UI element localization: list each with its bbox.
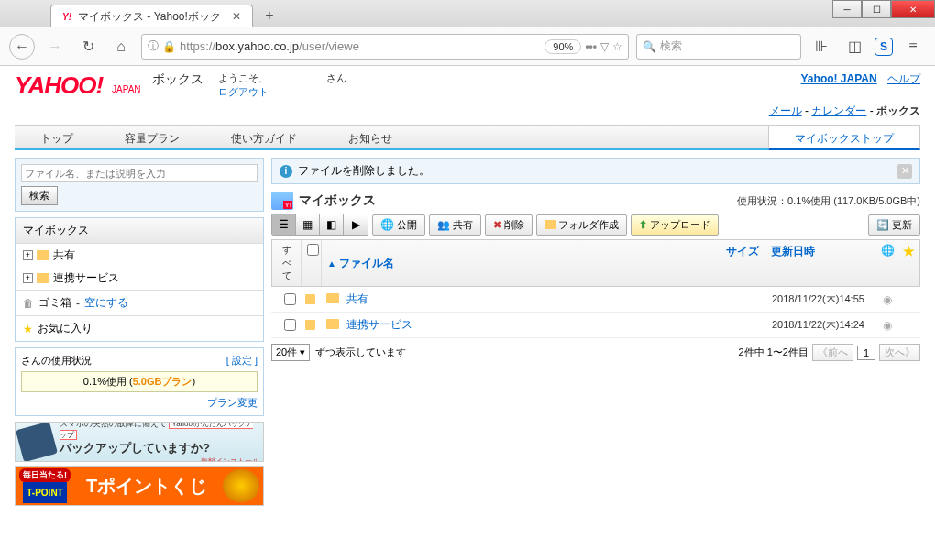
tab-favicon: Y! <box>60 10 73 23</box>
col-checkbox <box>302 240 322 286</box>
yahoo-japan-link[interactable]: Yahoo! JAPAN <box>801 72 877 85</box>
col-filename[interactable]: ▲ファイル名 <box>322 240 710 286</box>
col-favorite[interactable]: ★ <box>897 240 919 286</box>
file-date: 2018/11/22(木)14:55 <box>766 288 876 311</box>
expand-icon[interactable]: + <box>23 273 33 283</box>
table-row[interactable]: 連携サービス 2018/11/22(木)14:24 ◉ <box>271 313 920 338</box>
help-link[interactable]: ヘルプ <box>887 72 920 85</box>
file-search-input[interactable] <box>21 164 258 182</box>
welcome-text: ようこそ、 <box>218 72 269 83</box>
share-button[interactable]: 👥共有 <box>429 214 481 236</box>
search-panel: 検索 <box>15 158 264 212</box>
tree-root[interactable]: マイボックス <box>16 218 263 244</box>
col-size[interactable]: サイズ <box>710 240 765 286</box>
view-list-button[interactable]: ☰ <box>272 214 296 235</box>
zoom-badge[interactable]: 90% <box>544 39 581 54</box>
expand-icon[interactable]: + <box>23 250 33 260</box>
browser-search-box[interactable]: 🔍 検索 <box>636 34 801 60</box>
nav-forward-button[interactable]: → <box>42 34 68 60</box>
globe-disabled-icon: ◉ <box>883 319 892 332</box>
nav-reload-button[interactable]: ↻ <box>75 34 101 60</box>
row-checkbox[interactable] <box>284 293 296 305</box>
search-button[interactable]: 検索 <box>21 186 58 205</box>
refresh-icon: 🔄 <box>876 219 889 231</box>
reader-icon[interactable]: ▽ <box>600 40 609 53</box>
select-all-checkbox[interactable] <box>307 244 319 256</box>
upload-button[interactable]: ⬆アップロード <box>631 214 719 236</box>
window-minimize-button[interactable]: ─ <box>832 0 862 18</box>
pager-next-button[interactable]: 次へ》 <box>879 344 920 361</box>
calendar-link[interactable]: カレンダー <box>811 104 866 117</box>
delete-button[interactable]: ✖削除 <box>485 214 533 236</box>
more-icon[interactable]: ••• <box>585 40 597 53</box>
pager-showing-label: ずつ表示しています <box>315 346 406 359</box>
nav-home-button[interactable]: ⌂ <box>108 34 134 60</box>
lock-icon: 🔒 <box>162 40 176 53</box>
pager-page-number: 1 <box>857 346 875 360</box>
info-icon: i <box>280 165 292 178</box>
mkfolder-button[interactable]: フォルダ作成 <box>536 214 627 236</box>
tpoint-banner[interactable]: 毎日当たる! T-POINT Tポイントくじ <box>15 466 264 506</box>
extension-icon[interactable]: S <box>874 38 893 56</box>
folder-icon <box>37 273 50 283</box>
tab-top[interactable]: トップ <box>15 126 99 148</box>
tab-plan[interactable]: 容量プラン <box>99 126 205 148</box>
view-grid-button[interactable]: ▦ <box>296 214 320 235</box>
window-maximize-button[interactable]: ☐ <box>862 0 891 18</box>
browser-tab[interactable]: Y! マイボックス - Yahoo!ボック ✕ <box>50 5 253 27</box>
settings-link[interactable]: [ 設定 ] <box>226 354 258 368</box>
mail-link[interactable]: メール <box>769 104 802 117</box>
sidebar-icon[interactable]: ◫ <box>842 34 867 60</box>
folder-icon <box>305 320 315 330</box>
tab-guide[interactable]: 使い方ガイド <box>205 126 323 148</box>
row-checkbox[interactable] <box>284 319 296 331</box>
trash-icon: 🗑 <box>23 297 34 310</box>
empty-trash-link[interactable]: 空にする <box>84 295 128 311</box>
tab-news[interactable]: お知らせ <box>323 126 418 148</box>
chevron-down-icon: ▾ <box>300 346 305 357</box>
col-public[interactable]: 🌐 <box>875 240 897 286</box>
favorites-row[interactable]: ★ お気に入り <box>16 315 263 341</box>
alert-bar: i ファイルを削除しました。 ✕ <box>271 158 920 184</box>
logo-japan: JAPAN <box>112 84 141 94</box>
url-bar[interactable]: ⓘ 🔒 https://box.yahoo.co.jp/user/viewe 9… <box>141 34 629 60</box>
pager-prev-button[interactable]: 《前へ <box>812 344 853 361</box>
usage-status: 使用状況：0.1%使用 (117.0KB/5.0GB中) <box>737 194 920 208</box>
folder-tree: マイボックス + 共有 + 連携サービス 🗑 ゴミ箱 - <box>15 217 264 342</box>
globe-icon: 🌐 <box>881 244 895 257</box>
window-close-button[interactable]: ✕ <box>891 0 935 18</box>
tab-close-icon[interactable]: ✕ <box>230 10 243 23</box>
folder-title: マイボックス <box>299 192 376 209</box>
file-toolbar: ☰ ▦ ◧ ▶ 🌐公開 👥共有 ✖削除 フォルダ作成 ⬆アップロード 🔄更新 <box>271 214 920 236</box>
table-row[interactable]: 共有 2018/11/22(木)14:55 ◉ <box>271 287 920 313</box>
tab-mybox[interactable]: マイボックストップ <box>768 126 920 150</box>
view-thumb-button[interactable]: ◧ <box>320 214 344 235</box>
trash-row[interactable]: 🗑 ゴミ箱 - 空にする <box>16 290 263 315</box>
per-page-select[interactable]: 20件 ▾ <box>271 344 310 361</box>
logout-link[interactable]: ログアウト <box>218 86 269 97</box>
plan-change-link[interactable]: プラン変更 <box>207 397 258 408</box>
tree-item-services[interactable]: + 連携サービス <box>16 267 263 290</box>
refresh-button[interactable]: 🔄更新 <box>868 214 920 236</box>
pager: 20件 ▾ ずつ表示しています 2件中 1〜2件目 《前へ 1 次へ》 <box>271 344 920 361</box>
view-slide-button[interactable]: ▶ <box>344 214 368 235</box>
alert-close-button[interactable]: ✕ <box>897 164 912 179</box>
menu-icon[interactable]: ≡ <box>900 34 926 60</box>
tab-title: マイボックス - Yahoo!ボック <box>78 9 221 25</box>
col-date[interactable]: 更新日時 <box>765 240 875 286</box>
library-icon[interactable]: ⊪ <box>808 34 834 60</box>
nav-back-button[interactable]: ← <box>9 34 35 60</box>
file-name-link[interactable]: 連携サービス <box>346 318 412 331</box>
info-icon[interactable]: ⓘ <box>148 38 159 54</box>
globe-disabled-icon: ◉ <box>883 293 892 306</box>
file-name-link[interactable]: 共有 <box>346 292 368 305</box>
tree-item-share[interactable]: + 共有 <box>16 244 263 267</box>
bookmark-star-icon[interactable]: ☆ <box>612 40 622 53</box>
col-select-all[interactable]: すべて <box>272 240 302 286</box>
alert-text: ファイルを削除しました。 <box>298 163 430 179</box>
backup-banner[interactable]: スマホの突然の故障に備えて Yahoo!かんたんバックアップ バックアップしてい… <box>15 422 264 462</box>
yahoo-logo[interactable]: YAHOO! <box>15 71 103 100</box>
new-tab-button[interactable]: + <box>258 6 280 25</box>
publish-button[interactable]: 🌐公開 <box>372 214 425 236</box>
folder-icon <box>326 319 339 329</box>
